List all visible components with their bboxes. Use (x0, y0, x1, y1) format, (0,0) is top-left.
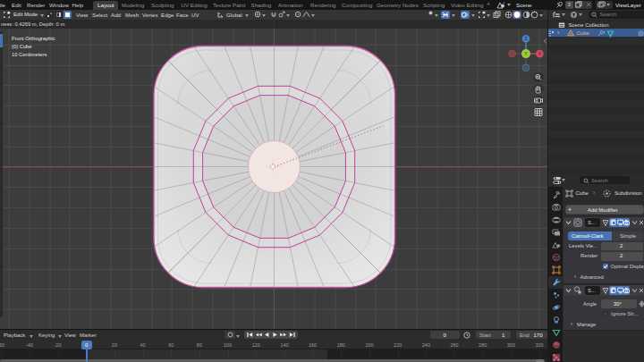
svg-text:X: X (538, 51, 542, 56)
svg-text:Y: Y (524, 51, 528, 56)
